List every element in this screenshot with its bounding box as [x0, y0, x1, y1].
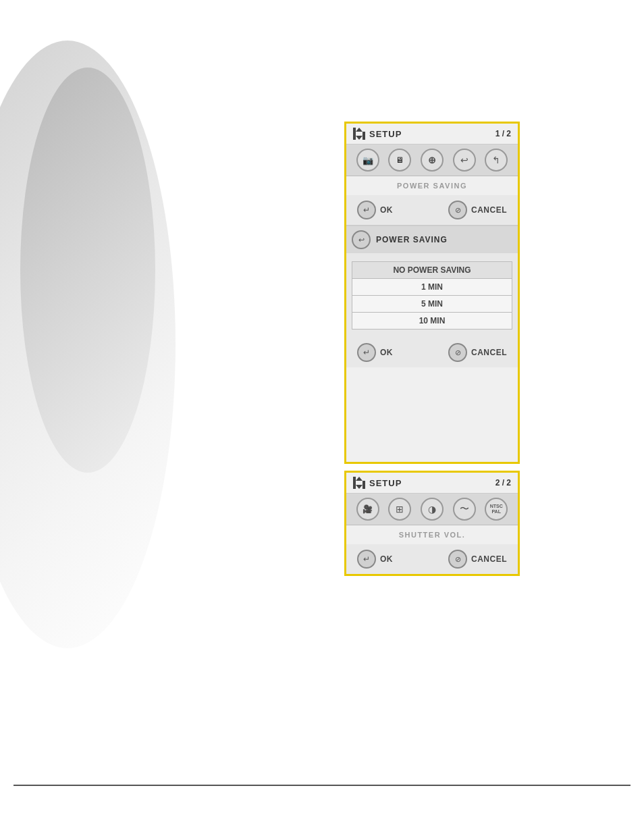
ok-icon-2: ↵ [357, 343, 376, 362]
video-icon: 🎥 [363, 504, 373, 514]
power-saving-icon: ↩ [352, 230, 371, 249]
cancel-label-1: CANCEL [471, 205, 507, 215]
cancel-icon-p2: ⊘ [448, 550, 467, 569]
cancel-button-p2[interactable]: ⊘ CANCEL [448, 550, 507, 569]
power-saving-title: POWER SAVING [376, 235, 448, 244]
settings-icon-btn[interactable]: ⊕ [421, 149, 444, 172]
ok-cancel-row-2: ↵ OK ⊘ CANCEL [346, 338, 518, 367]
wave-icon: 〜 [460, 503, 469, 515]
setup-icon [353, 128, 365, 140]
screen-icon-btn[interactable]: 🖥 [388, 149, 411, 172]
settings-icon: ⊕ [428, 155, 436, 165]
option-row-no-power[interactable]: NO POWER SAVING [352, 262, 512, 279]
section-label-shutter: SHUTTER VOL. [346, 525, 518, 544]
wave-icon-btn[interactable]: 〜 [453, 498, 476, 521]
cancel-button-2[interactable]: ⊘ CANCEL [448, 343, 507, 362]
option-1-min: 1 MIN [352, 279, 512, 296]
grid-icon-btn[interactable]: ⊞ [388, 498, 411, 521]
option-5-min: 5 MIN [352, 296, 512, 313]
ok-icon-1: ↵ [357, 201, 376, 219]
panels-container: SETUP 1 / 2 📷 🖥 ⊕ ↩ ↰ POWER SAVING [344, 122, 520, 576]
option-row-1min[interactable]: 1 MIN [352, 279, 512, 296]
ok-label-1: OK [380, 205, 393, 215]
panel-2-title-area: SETUP [353, 477, 402, 489]
option-no-power-saving: NO POWER SAVING [352, 262, 512, 279]
camera-icon: 📷 [363, 155, 373, 165]
section-label-power-saving: POWER SAVING [346, 176, 518, 195]
ntsc-pal-label: NTSCPAL [490, 504, 503, 514]
panel-2-title: SETUP [369, 478, 402, 488]
ok-cancel-row-1: ↵ OK ⊘ CANCEL [346, 195, 518, 225]
color-icon-btn[interactable]: ◑ [421, 498, 444, 521]
panel-1-header: SETUP 1 / 2 [346, 124, 518, 145]
cancel-icon-2: ⊘ [448, 343, 467, 362]
option-10-min: 10 MIN [352, 313, 512, 330]
cancel-label-p2: CANCEL [471, 554, 507, 564]
bg-arc-small [20, 68, 155, 473]
ok-button-2[interactable]: ↵ OK [357, 343, 393, 362]
option-row-5min[interactable]: 5 MIN [352, 296, 512, 313]
ok-cancel-row-p2: ↵ OK ⊘ CANCEL [346, 544, 518, 574]
save-icon: ↰ [492, 155, 500, 165]
panel-2-header: SETUP 2 / 2 [346, 473, 518, 494]
camera-icon-btn[interactable]: 📷 [356, 149, 379, 172]
cancel-icon-1: ⊘ [448, 201, 467, 219]
panel-2-icon-row: 🎥 ⊞ ◑ 〜 NTSCPAL [346, 494, 518, 525]
panel-2: SETUP 2 / 2 🎥 ⊞ ◑ 〜 NTSCPAL SHUTTER VOL. [344, 471, 520, 576]
setup-icon-2 [353, 477, 365, 489]
options-table: NO POWER SAVING 1 MIN 5 MIN 10 MIN [352, 261, 512, 330]
option-row-10min[interactable]: 10 MIN [352, 313, 512, 330]
options-container: NO POWER SAVING 1 MIN 5 MIN 10 MIN [346, 253, 518, 338]
power-saving-header: ↩ POWER SAVING [346, 226, 518, 253]
ok-button-1[interactable]: ↵ OK [357, 201, 393, 219]
screen-icon: 🖥 [396, 155, 404, 165]
bottom-divider [14, 785, 630, 786]
color-icon: ◑ [428, 504, 436, 515]
cancel-label-2: CANCEL [471, 348, 507, 357]
ok-button-p2[interactable]: ↵ OK [357, 550, 393, 569]
cancel-button-1[interactable]: ⊘ CANCEL [448, 201, 507, 219]
ok-label-p2: OK [380, 554, 393, 564]
power-saving-expanded: ↩ POWER SAVING NO POWER SAVING 1 MIN [346, 225, 518, 367]
ok-icon-p2: ↵ [357, 550, 376, 569]
panel-1-icon-row: 📷 🖥 ⊕ ↩ ↰ [346, 145, 518, 176]
panel-1: SETUP 1 / 2 📷 🖥 ⊕ ↩ ↰ POWER SAVING [344, 122, 520, 464]
video-icon-btn[interactable]: 🎥 [356, 498, 379, 521]
ntsc-pal-icon-btn[interactable]: NTSCPAL [485, 498, 508, 521]
panel-1-title-area: SETUP [353, 128, 402, 140]
panel-1-title: SETUP [369, 129, 402, 139]
panel-1-page: 1 / 2 [495, 129, 511, 138]
ok-label-2: OK [380, 348, 393, 357]
grid-icon: ⊞ [396, 504, 404, 515]
back-icon-btn[interactable]: ↩ [453, 149, 476, 172]
panel-1-spacer [346, 367, 518, 462]
save-icon-btn[interactable]: ↰ [485, 149, 508, 172]
back-icon: ↩ [460, 155, 468, 165]
panel-2-page: 2 / 2 [495, 478, 511, 488]
